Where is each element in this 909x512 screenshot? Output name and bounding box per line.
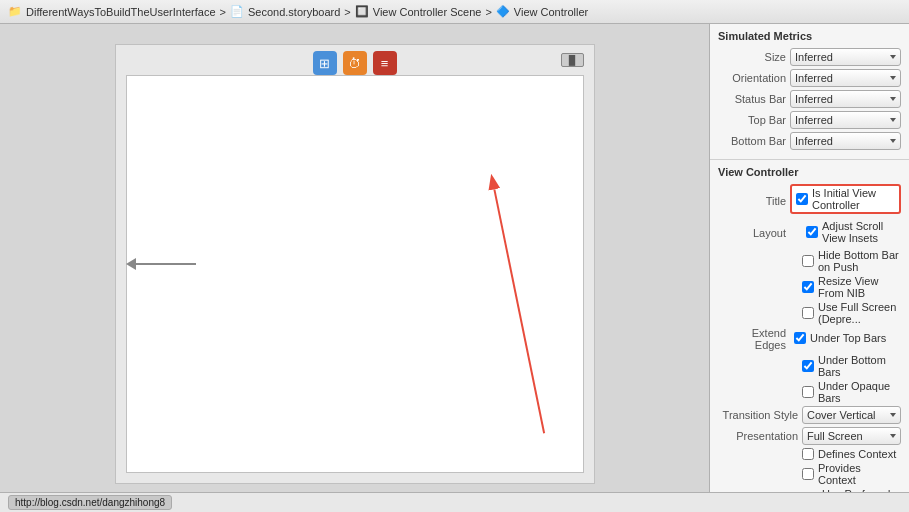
under-top-label: Under Top Bars: [810, 332, 886, 344]
size-dropdown-arrow: [890, 55, 896, 59]
toolbar-icon-red[interactable]: ≡: [373, 51, 397, 75]
storyboard-toolbar: ⊞ ⏱ ≡: [313, 51, 397, 75]
breadcrumb-scene[interactable]: View Controller Scene: [373, 6, 482, 18]
bottom-bar-label: Bottom Bar: [718, 135, 786, 147]
battery-indicator: ▐▌: [561, 53, 584, 67]
presentation-dropdown[interactable]: Full Screen: [802, 427, 901, 445]
use-full-screen-checkbox[interactable]: [802, 307, 814, 319]
top-bar-dropdown-arrow: [890, 118, 896, 122]
title-field-label: Title: [718, 195, 786, 207]
hide-bottom-label: Hide Bottom Bar on Push: [818, 249, 901, 273]
size-dropdown[interactable]: Inferred: [790, 48, 901, 66]
is-initial-vc-label: Is Initial View Controller: [812, 187, 895, 211]
top-bar-row: Top Bar Inferred: [718, 111, 901, 129]
presentation-label: Presentation: [718, 430, 798, 442]
transition-style-row: Transition Style Cover Vertical: [718, 406, 901, 424]
arrow-shaft: [136, 263, 196, 265]
transition-style-dropdown-arrow: [890, 413, 896, 417]
layout-header-row: Layout Adjust Scroll View Insets: [718, 220, 901, 246]
use-full-screen-label: Use Full Screen (Depre...: [818, 301, 901, 325]
toolbar-icon-blue[interactable]: ⊞: [313, 51, 337, 75]
scene-box: [126, 75, 584, 473]
under-bottom-checkbox[interactable]: [802, 360, 814, 372]
storyboard-icon: 📄: [230, 5, 244, 18]
view-controller-title: View Controller: [718, 166, 901, 178]
status-bar-dropdown[interactable]: Inferred: [790, 90, 901, 108]
under-top-checkbox[interactable]: [794, 332, 806, 344]
provides-context-row: Provides Context: [718, 462, 901, 486]
breadcrumb-sep-2: >: [344, 6, 350, 18]
under-opaque-row: Under Opaque Bars: [718, 380, 901, 404]
vc-icon: 🔷: [496, 5, 510, 18]
hide-bottom-checkbox[interactable]: [802, 255, 814, 267]
top-bar-dropdown[interactable]: Inferred: [790, 111, 901, 129]
arrow-container: [116, 258, 196, 270]
under-opaque-label: Under Opaque Bars: [818, 380, 901, 404]
under-top-row: Under Top Bars: [790, 332, 886, 344]
folder-icon: 📁: [8, 5, 22, 18]
orientation-row: Orientation Inferred: [718, 69, 901, 87]
status-bar-row: Status Bar Inferred: [718, 90, 901, 108]
title-row: Title Is Initial View Controller: [718, 184, 901, 217]
breadcrumb-storyboard[interactable]: Second.storyboard: [248, 6, 340, 18]
under-bottom-row: Under Bottom Bars: [718, 354, 901, 378]
breadcrumb-sep-1: >: [220, 6, 226, 18]
transition-style-label: Transition Style: [718, 409, 798, 421]
status-bar-label: Status Bar: [718, 93, 786, 105]
simulated-metrics-section: Simulated Metrics Size Inferred Orientat…: [710, 24, 909, 160]
orientation-dropdown-arrow: [890, 76, 896, 80]
provides-context-label: Provides Context: [818, 462, 901, 486]
presentation-dropdown-arrow: [890, 434, 896, 438]
breadcrumb-sep-3: >: [485, 6, 491, 18]
breadcrumb-project[interactable]: DifferentWaysToBuildTheUserInterface: [26, 6, 216, 18]
orientation-dropdown[interactable]: Inferred: [790, 69, 901, 87]
top-bar-label: Top Bar: [718, 114, 786, 126]
orientation-label: Orientation: [718, 72, 786, 84]
extend-edges-label: Extend Edges: [718, 327, 786, 351]
adjust-scroll-label: Adjust Scroll View Insets: [822, 220, 901, 244]
footer-bar: http://blog.csdn.net/dangzhihong8: [0, 492, 909, 512]
under-bottom-label: Under Bottom Bars: [818, 354, 901, 378]
size-label: Size: [718, 51, 786, 63]
is-initial-vc-row: Is Initial View Controller: [790, 184, 901, 214]
adjust-scroll-row: Adjust Scroll View Insets: [790, 220, 901, 244]
url-bar: http://blog.csdn.net/dangzhihong8: [8, 495, 172, 510]
arrow-head: [126, 258, 136, 270]
toolbar-icon-orange[interactable]: ⏱: [343, 51, 367, 75]
is-initial-vc-checkbox[interactable]: [796, 193, 808, 205]
breadcrumb-viewcontroller[interactable]: View Controller: [514, 6, 588, 18]
layout-label: Layout: [718, 227, 786, 239]
view-controller-section: View Controller Title Is Initial View Co…: [710, 160, 909, 492]
extend-edges-header-row: Extend Edges Under Top Bars: [718, 327, 901, 351]
transition-style-dropdown[interactable]: Cover Vertical: [802, 406, 901, 424]
breadcrumb-bar: 📁 DifferentWaysToBuildTheUserInterface >…: [0, 0, 909, 24]
size-row: Size Inferred: [718, 48, 901, 66]
resize-view-row: Resize View From NIB: [718, 275, 901, 299]
canvas-area: ⊞ ⏱ ≡ ▐▌: [0, 24, 709, 492]
hide-bottom-row: Hide Bottom Bar on Push: [718, 249, 901, 273]
under-opaque-checkbox[interactable]: [802, 386, 814, 398]
status-bar-dropdown-arrow: [890, 97, 896, 101]
simulated-metrics-title: Simulated Metrics: [718, 30, 901, 42]
right-panel: Simulated Metrics Size Inferred Orientat…: [709, 24, 909, 492]
adjust-scroll-checkbox[interactable]: [806, 226, 818, 238]
storyboard-canvas: ⊞ ⏱ ≡ ▐▌: [115, 44, 595, 484]
presentation-row: Presentation Full Screen: [718, 427, 901, 445]
defines-context-row: Defines Context: [718, 448, 901, 460]
bottom-bar-row: Bottom Bar Inferred: [718, 132, 901, 150]
use-full-screen-row: Use Full Screen (Depre...: [718, 301, 901, 325]
provides-context-checkbox[interactable]: [802, 468, 814, 480]
resize-view-checkbox[interactable]: [802, 281, 814, 293]
arrow-left: [116, 258, 196, 270]
defines-context-label: Defines Context: [818, 448, 896, 460]
scene-icon: 🔲: [355, 5, 369, 18]
bottom-bar-dropdown-arrow: [890, 139, 896, 143]
main-area: ⊞ ⏱ ≡ ▐▌: [0, 24, 909, 492]
resize-view-label: Resize View From NIB: [818, 275, 901, 299]
defines-context-checkbox[interactable]: [802, 448, 814, 460]
bottom-bar-dropdown[interactable]: Inferred: [790, 132, 901, 150]
